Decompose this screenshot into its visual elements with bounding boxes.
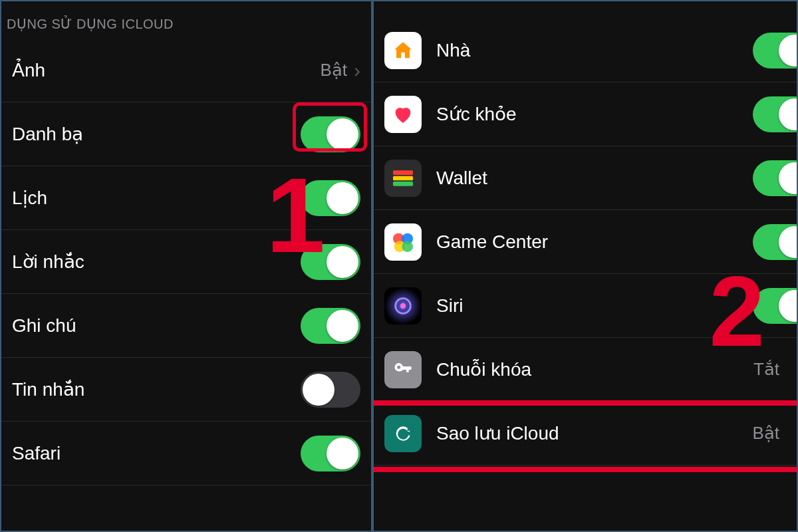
health-icon (384, 96, 422, 133)
backup-icon (384, 415, 422, 452)
home-icon (384, 32, 422, 69)
row-contacts[interactable]: Danh bạ (1, 102, 371, 166)
row-photos[interactable]: Ảnh Bật › (1, 39, 371, 102)
svg-point-8 (400, 303, 406, 309)
row-gamecenter[interactable]: Game Center (374, 210, 797, 274)
row-label: Tin nhắn (12, 378, 301, 400)
toggle-messages[interactable] (301, 372, 360, 408)
row-label: Sức khỏe (436, 103, 753, 125)
toggle-notes[interactable] (301, 308, 360, 344)
icloud-settings-pane-2: Nhà Sức khỏe Wallet (374, 1, 797, 531)
row-label: Safari (12, 443, 301, 464)
toggle-calendar[interactable] (301, 180, 360, 216)
wallet-icon (384, 160, 422, 197)
row-label: Ảnh (12, 59, 320, 81)
highlight-bar-bottom (374, 467, 797, 472)
gamecenter-icon (384, 223, 422, 261)
toggle-safari[interactable] (301, 436, 360, 471)
svg-rect-0 (393, 170, 413, 175)
row-label: Chuỗi khóa (436, 358, 753, 380)
row-label: Siri (436, 295, 753, 317)
row-siri[interactable]: Siri (374, 274, 797, 338)
row-reminders[interactable]: Lời nhắc (1, 230, 371, 294)
toggle-home[interactable] (753, 33, 797, 68)
section-header: DỤNG SỬ DỤNG ICLOUD (1, 1, 371, 39)
toggle-contacts[interactable] (301, 116, 360, 152)
row-home[interactable]: Nhà (374, 19, 797, 82)
row-messages[interactable]: Tin nhắn (1, 358, 371, 422)
row-label: Danh bạ (12, 123, 301, 145)
row-label: Game Center (436, 231, 753, 253)
row-value: Bật (320, 60, 347, 80)
row-safari[interactable]: Safari (1, 422, 371, 485)
row-label: Sao lưu iCloud (436, 422, 752, 444)
toggle-reminders[interactable] (301, 244, 360, 280)
row-label: Ghi chú (12, 315, 301, 336)
toggle-gamecenter[interactable] (753, 224, 797, 260)
row-label: Lời nhắc (12, 251, 301, 273)
toggle-siri[interactable] (753, 288, 797, 324)
siri-icon (384, 287, 422, 325)
toggle-health[interactable] (753, 96, 797, 132)
svg-rect-2 (393, 182, 413, 186)
row-value: Tắt (753, 359, 779, 380)
row-wallet[interactable]: Wallet (374, 146, 797, 210)
svg-rect-1 (393, 176, 413, 180)
row-label: Wallet (436, 168, 753, 189)
row-health[interactable]: Sức khỏe (374, 82, 797, 146)
row-notes[interactable]: Ghi chú (1, 294, 371, 358)
row-label: Lịch (12, 187, 301, 209)
row-calendar[interactable]: Lịch (1, 166, 371, 230)
row-icloud-backup[interactable]: Sao lưu iCloud Bật (374, 402, 797, 466)
keychain-icon (384, 351, 422, 388)
svg-point-6 (402, 241, 413, 252)
toggle-wallet[interactable] (753, 160, 797, 196)
row-value: Bật (752, 423, 779, 444)
chevron-right-icon: › (354, 59, 360, 82)
icloud-settings-pane-1: DỤNG SỬ DỤNG ICLOUD Ảnh Bật › Danh bạ Lị… (1, 1, 374, 531)
row-keychain[interactable]: Chuỗi khóa Tắt (374, 338, 797, 402)
row-label: Nhà (436, 40, 753, 61)
